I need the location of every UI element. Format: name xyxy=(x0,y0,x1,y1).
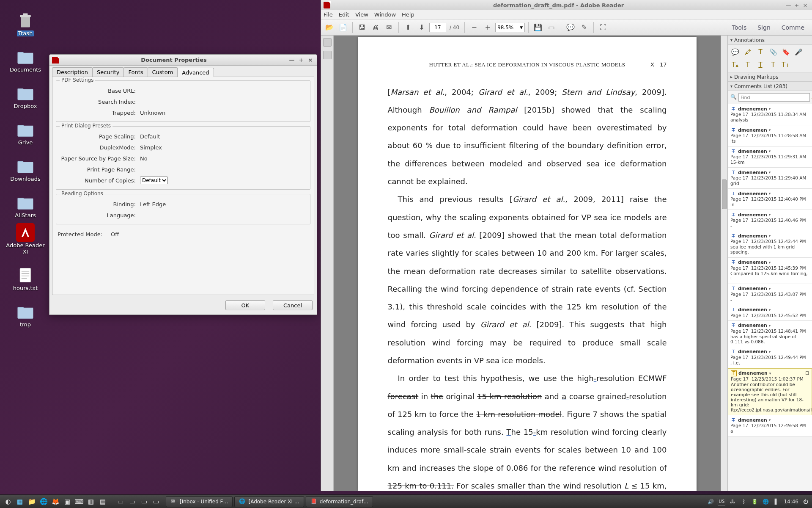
sign-icon[interactable]: ✎ xyxy=(578,22,590,33)
sticky-note-icon[interactable]: 💬 xyxy=(730,47,740,57)
tab-custom[interactable]: Custom xyxy=(148,67,178,77)
comment-item[interactable]: T̶dmenemen▾Page 17 12/23/2015 11:28:34 A… xyxy=(728,104,812,125)
desktop-icon-adobe-reader-xi[interactable]: Adobe Reader XI xyxy=(3,222,47,255)
copies-select[interactable]: Default xyxy=(140,177,168,184)
menu-view[interactable]: View xyxy=(355,11,368,18)
tool-icon[interactable]: ▭ xyxy=(546,22,557,33)
highlight-icon[interactable]: 🖍 xyxy=(743,47,752,57)
tab-security[interactable]: Security xyxy=(92,67,124,77)
app-icon[interactable]: ▣ xyxy=(62,496,73,507)
dropdown-icon[interactable]: ▾ xyxy=(769,418,771,422)
dropdown-icon[interactable]: ▾ xyxy=(769,323,771,328)
minimize-button[interactable]: — xyxy=(288,56,296,64)
zoom-out-icon[interactable]: − xyxy=(468,22,480,33)
save-button-icon[interactable]: 💾 xyxy=(532,22,544,33)
dropdown-icon[interactable]: ▾ xyxy=(769,371,771,375)
comments-list-header[interactable]: Comments List (283) xyxy=(728,82,812,91)
document-viewport[interactable]: HUTTER ET AL.: SEA ICE DEFORMATION IN VI… xyxy=(334,36,721,491)
menu-file[interactable]: File xyxy=(324,11,333,18)
power-icon[interactable]: ⏻ xyxy=(802,498,809,505)
comment-item[interactable]: T̶dmenemen▾Page 17 12/23/2015 12:49:58 P… xyxy=(728,415,812,436)
thumbnails-icon[interactable] xyxy=(323,38,332,47)
comment-item[interactable]: T̶dmenemen▾Page 17 12/23/2015 11:29:40 A… xyxy=(728,168,812,189)
page-number-input[interactable] xyxy=(429,23,446,32)
maximize-button[interactable]: + xyxy=(297,56,305,64)
workspace-1-icon[interactable]: ▭ xyxy=(115,496,126,507)
email-icon[interactable]: ✉ xyxy=(383,22,395,33)
comment-item[interactable]: T̶dmenemen▾Page 17 12/23/2015 12:42:44 P… xyxy=(728,231,812,257)
export-pdf-icon[interactable]: 📄 xyxy=(337,22,349,33)
chrome-icon[interactable]: 🌐 xyxy=(38,496,49,507)
notification-icon[interactable]: ▌ xyxy=(773,498,780,505)
stamp-icon[interactable]: 🔖 xyxy=(781,47,790,57)
text-icon[interactable]: T xyxy=(756,47,765,57)
attachments-icon[interactable] xyxy=(323,51,332,59)
close-button[interactable]: × xyxy=(801,2,809,8)
insert-text-icon[interactable]: T▴ xyxy=(730,60,740,69)
clock[interactable]: 14:46 xyxy=(784,499,798,505)
desktop-icon-allstars[interactable]: AllStars xyxy=(3,185,47,218)
comment-item[interactable]: T̶dmenemen▾Page 17 12/23/2015 11:29:31 A… xyxy=(728,146,812,168)
workspace-4-icon[interactable]: ▭ xyxy=(151,496,162,507)
files-icon[interactable]: 📁 xyxy=(26,496,37,507)
firefox-icon[interactable]: 🦊 xyxy=(50,496,61,507)
minimize-button[interactable]: — xyxy=(784,2,793,8)
attach-icon[interactable]: 📎 xyxy=(768,47,778,57)
dropdown-icon[interactable]: ▾ xyxy=(769,234,771,238)
zoom-select[interactable]: 98.5%▼ xyxy=(495,23,525,32)
save-icon[interactable]: 🖫 xyxy=(356,22,368,33)
dialog-titlebar[interactable]: Document Properties — + × xyxy=(49,55,317,66)
record-icon[interactable]: 🎤 xyxy=(794,47,803,57)
keyboard-layout[interactable]: US xyxy=(718,498,725,505)
page-up-icon[interactable]: ⬆ xyxy=(402,22,414,33)
fullscreen-icon[interactable]: ⛶ xyxy=(597,22,609,33)
terminal-icon[interactable]: ⌨ xyxy=(74,496,85,507)
menu-edit[interactable]: Edit xyxy=(339,11,349,18)
dropdown-icon[interactable]: ▾ xyxy=(769,107,771,111)
zoom-in-icon[interactable]: + xyxy=(482,22,494,33)
page-down-icon[interactable]: ⬇ xyxy=(416,22,428,33)
underline-icon[interactable]: T xyxy=(756,60,765,69)
comment-item[interactable]: T̶dmenemen▾Page 17 12/23/2015 12:45:39 P… xyxy=(728,258,812,284)
annotations-header[interactable]: Annotations xyxy=(728,36,812,45)
comment-item[interactable]: T̶dmenemen▾Page 17 12/23/2015 12:43:07 P… xyxy=(728,284,812,305)
chrome-tray-icon[interactable]: 🌐 xyxy=(762,498,769,505)
network-icon[interactable]: 🖧 xyxy=(729,498,736,505)
dropdown-icon[interactable]: ▾ xyxy=(769,350,771,354)
menu-window[interactable]: Window xyxy=(374,11,396,18)
menu-help[interactable]: Help xyxy=(402,11,414,18)
dropdown-icon[interactable]: ▾ xyxy=(769,149,771,153)
tab-fonts[interactable]: Fonts xyxy=(123,67,148,77)
dropdown-icon[interactable]: ▾ xyxy=(769,191,771,196)
taskbar-task[interactable]: 🌐[Adobe Reader XI … xyxy=(234,496,304,507)
comment-item[interactable]: Tdmenemen▾☐Page 17 12/23/2015 1:02:37 PM… xyxy=(728,368,812,415)
print-icon[interactable]: 🖨 xyxy=(370,22,381,33)
desktop-icon-dropbox[interactable]: Dropbox xyxy=(3,76,47,109)
dropdown-icon[interactable]: ▾ xyxy=(769,170,771,174)
dropdown-icon[interactable]: ▾ xyxy=(769,308,771,312)
vertical-scrollbar[interactable] xyxy=(721,36,727,491)
desktop-icon-tmp[interactable]: tmp xyxy=(3,295,47,328)
bluetooth-icon[interactable]: ᛒ xyxy=(740,498,747,505)
dropdown-icon[interactable]: ▾ xyxy=(769,213,771,217)
workspace-3-icon[interactable]: ▭ xyxy=(139,496,150,507)
comment-item[interactable]: T̶dmenemen▾Page 17 12/23/2015 12:45:52 P… xyxy=(728,305,812,321)
app-launcher-icon[interactable]: ▦ xyxy=(14,496,25,507)
maximize-button[interactable]: + xyxy=(793,2,801,8)
comment-item[interactable]: T̶dmenemen▾Page 17 12/23/2015 12:40:40 P… xyxy=(728,189,812,210)
comment-item[interactable]: T̶dmenemen▾Page 17 12/23/2015 12:40:46 P… xyxy=(728,210,812,231)
app-icon[interactable]: ▤ xyxy=(97,496,108,507)
volume-icon[interactable]: 🔊 xyxy=(707,498,714,505)
tab-advanced[interactable]: Advanced xyxy=(177,68,214,77)
workspace-2-icon[interactable]: ▭ xyxy=(127,496,138,507)
comment-item[interactable]: T̶dmenemen▾Page 17 12/23/2015 11:28:58 A… xyxy=(728,125,812,146)
reader-titlebar[interactable]: deformation_draft_dm.pdf - Adobe Reader … xyxy=(321,0,812,10)
desktop-icon-documents[interactable]: Documents xyxy=(3,40,47,73)
battery-icon[interactable]: 🔋 xyxy=(751,498,758,505)
desktop-icon-hours.txt[interactable]: hours.txt xyxy=(3,258,47,291)
checkbox[interactable]: ☐ xyxy=(805,371,809,375)
panel-tab-comme[interactable]: Comme xyxy=(776,22,809,33)
taskbar-task[interactable]: ✉[Inbox - Unified F… xyxy=(166,496,233,507)
taskbar-task[interactable]: 📕deformation_draf… xyxy=(306,496,373,507)
drawing-markups-header[interactable]: Drawing Markups xyxy=(728,72,812,82)
